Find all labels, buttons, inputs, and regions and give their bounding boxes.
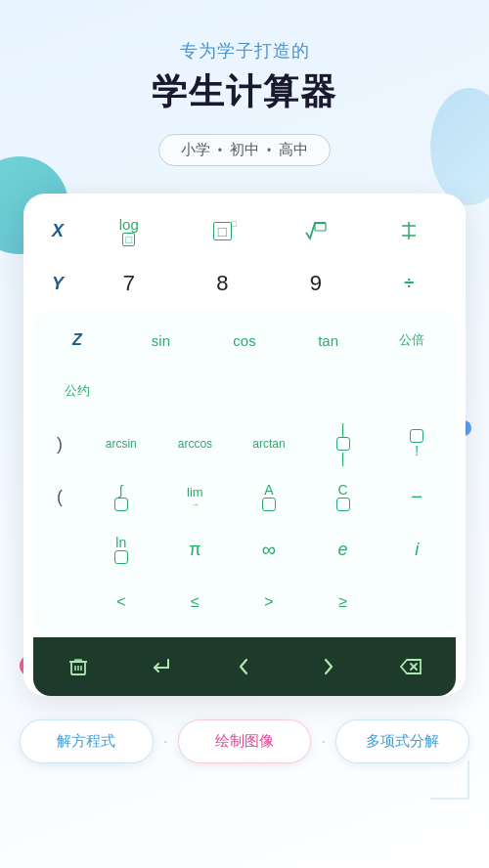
- key-ln[interactable]: ln: [84, 524, 158, 575]
- key-clear[interactable]: [37, 645, 120, 688]
- constants-row: ln π ∞ e i: [35, 524, 454, 575]
- key-open-paren[interactable]: (: [35, 471, 84, 522]
- key-i[interactable]: i: [379, 524, 454, 575]
- key-sin[interactable]: sin: [119, 315, 203, 366]
- key-arcsin[interactable]: arcsin: [84, 418, 158, 469]
- key-9[interactable]: 9: [269, 258, 363, 309]
- key-arccos[interactable]: arccos: [158, 418, 233, 469]
- draw-graph-button[interactable]: 绘制图像: [178, 719, 312, 763]
- fraction-icon: [398, 220, 420, 241]
- level-middle: 初中: [230, 141, 259, 159]
- enter-icon: [149, 656, 174, 677]
- key-empty3: [379, 577, 454, 628]
- level-primary: 小学: [181, 141, 210, 159]
- main-title: 学生计算器: [0, 68, 489, 116]
- key-z[interactable]: Z: [35, 315, 119, 366]
- key-combination-a[interactable]: A: [232, 471, 306, 522]
- key-sqrt[interactable]: [269, 205, 363, 256]
- sqrt-icon: [302, 219, 330, 242]
- key-close-paren[interactable]: ): [35, 418, 84, 469]
- key-right[interactable]: [286, 645, 369, 688]
- key-empty1: [35, 524, 84, 575]
- solve-equation-button[interactable]: 解方程式: [20, 719, 154, 763]
- key-left[interactable]: [203, 645, 287, 688]
- dot2: •: [267, 144, 271, 157]
- key-pi[interactable]: π: [158, 524, 233, 575]
- key-combination-c[interactable]: C: [306, 471, 380, 522]
- key-gcd[interactable]: 公约: [35, 366, 119, 416]
- key-gte[interactable]: ≥: [306, 577, 380, 628]
- key-tan[interactable]: tan: [287, 315, 371, 366]
- left-arrow-icon: [237, 656, 252, 677]
- key-lte[interactable]: ≤: [158, 577, 233, 628]
- header: 专为学子打造的 学生计算器 小学 • 初中 • 高中: [0, 0, 489, 176]
- key-divide[interactable]: ÷: [363, 258, 457, 309]
- svg-rect-0: [315, 223, 326, 231]
- separator1: ·: [163, 731, 168, 752]
- backspace-icon: [397, 656, 424, 677]
- key-cos[interactable]: cos: [202, 315, 287, 366]
- calc-funcs-row: ( ∫ lim→ A C −: [35, 471, 454, 522]
- function-buttons: 解方程式 · 绘制图像 · 多项式分解: [0, 719, 489, 763]
- level-badge: 小学 • 初中 • 高中: [158, 134, 331, 166]
- key-integral[interactable]: ∫: [84, 471, 158, 522]
- key-x[interactable]: X: [33, 205, 82, 256]
- key-y[interactable]: Y: [33, 258, 82, 309]
- key-arctan[interactable]: arctan: [232, 418, 306, 469]
- key-divide-fraction[interactable]: [363, 205, 457, 256]
- key-8[interactable]: 8: [176, 258, 270, 309]
- key-lt[interactable]: <: [84, 577, 158, 628]
- row-variables-special: X log□ □□: [33, 205, 456, 256]
- row-y-789: Y 7 8 9 ÷: [33, 258, 456, 309]
- key-log[interactable]: log□: [82, 205, 176, 256]
- level-high: 高中: [279, 141, 308, 159]
- arcfunc-row: ) arcsin arccos arctan || !: [35, 418, 454, 469]
- key-square[interactable]: □□: [176, 205, 270, 256]
- subtitle: 专为学子打造的: [0, 39, 489, 63]
- trash-icon: [67, 655, 90, 678]
- dot1: •: [218, 144, 222, 157]
- key-abs[interactable]: ||: [306, 418, 380, 469]
- key-empty2: [35, 577, 84, 628]
- key-7[interactable]: 7: [82, 258, 176, 309]
- key-minus[interactable]: −: [379, 471, 454, 522]
- key-backspace[interactable]: [369, 645, 452, 688]
- key-limit[interactable]: lim→: [158, 471, 233, 522]
- inequality-row: < ≤ > ≥: [35, 577, 454, 628]
- key-factorial[interactable]: !: [379, 418, 454, 469]
- separator2: ·: [321, 731, 326, 752]
- key-gt[interactable]: >: [232, 577, 306, 628]
- expanded-functions: Z sin cos tan 公倍 公约 ) arcsin arccos arct…: [33, 311, 456, 633]
- trig-row: Z sin cos tan 公倍 公约: [35, 315, 454, 416]
- key-enter[interactable]: [120, 645, 203, 688]
- bottom-toolbar: [33, 637, 456, 696]
- polynomial-decompose-button[interactable]: 多项式分解: [335, 719, 469, 763]
- key-e[interactable]: e: [306, 524, 380, 575]
- key-lcm[interactable]: 公倍: [370, 315, 454, 366]
- key-infinity[interactable]: ∞: [232, 524, 306, 575]
- right-arrow-icon: [320, 656, 335, 677]
- calculator-card: X log□ □□ Y 7 8 9 ÷: [23, 194, 466, 696]
